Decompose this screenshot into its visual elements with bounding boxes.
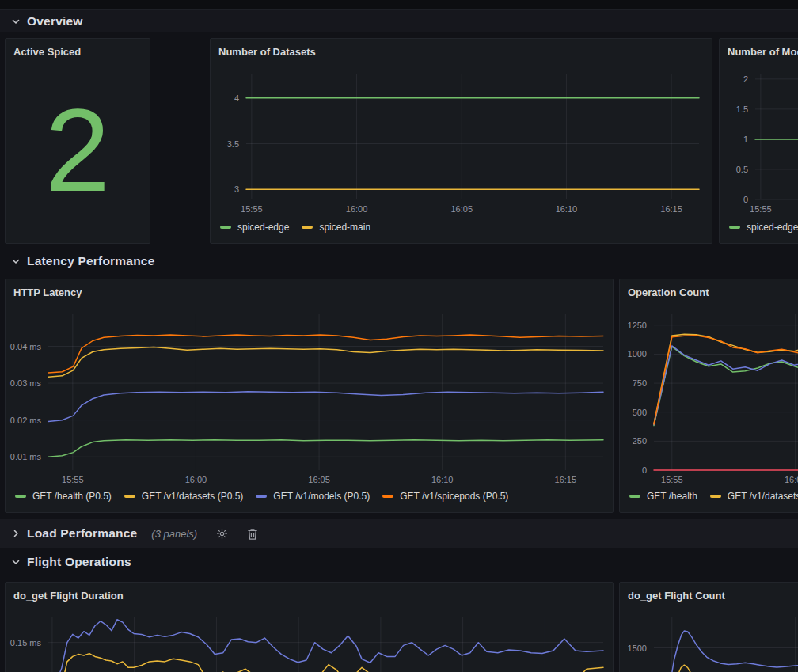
svg-text:0.02 ms: 0.02 ms <box>10 416 42 425</box>
svg-text:0.01 ms: 0.01 ms <box>10 452 42 461</box>
number-of-models-chart[interactable]: 15:5516:0016:0516:1016:1500.511.52 <box>726 64 798 218</box>
svg-text:2: 2 <box>743 74 748 84</box>
svg-text:750: 750 <box>633 378 647 388</box>
svg-text:16:00: 16:00 <box>185 475 207 484</box>
legend-label: spiced-edge <box>747 222 798 233</box>
legend-item[interactable]: GET /v1/models (P0.5) <box>256 491 370 502</box>
panel-http-latency: HTTP Latency 15:5516:0016:0516:1016:150.… <box>5 279 614 513</box>
chart-legend: GET /healthGET /v1/datasetsGET /v1/model… <box>626 487 798 506</box>
gear-icon <box>216 528 228 540</box>
svg-text:4: 4 <box>234 93 239 103</box>
svg-text:1.5: 1.5 <box>736 104 748 114</box>
svg-text:15:55: 15:55 <box>661 475 683 484</box>
legend-item[interactable]: spiced-edge <box>729 222 798 233</box>
chevron-right-icon <box>11 529 21 538</box>
stat-value: 2 <box>45 92 110 209</box>
svg-text:0.15 ms: 0.15 ms <box>10 638 42 647</box>
panel-do-get-flight-count: do_get Flight Count 1500 <box>619 582 798 672</box>
svg-text:0.5: 0.5 <box>736 165 748 174</box>
chevron-down-icon <box>11 17 21 26</box>
panel-title[interactable]: HTTP Latency <box>12 286 606 305</box>
legend-label: GET /v1/models (P0.5) <box>273 491 370 502</box>
legend-swatch-icon <box>302 226 313 229</box>
panel-title[interactable]: do_get Flight Count <box>626 589 798 608</box>
flight-duration-chart[interactable]: 0.15 ms <box>12 608 606 672</box>
legend-label: GET /health (P0.5) <box>32 491 112 502</box>
legend-label: GET /health <box>647 491 697 502</box>
svg-text:3.5: 3.5 <box>227 139 239 149</box>
http-latency-chart[interactable]: 15:5516:0016:0516:1016:150.01 ms0.02 ms0… <box>12 305 606 487</box>
svg-text:0.03 ms: 0.03 ms <box>10 378 42 388</box>
section-row-load-performance[interactable]: Load Performance (3 panels) <box>0 519 798 548</box>
legend-swatch-icon <box>15 495 26 498</box>
legend-item[interactable]: GET /health <box>629 491 697 502</box>
legend-label: GET /v1/datasets <box>728 491 798 502</box>
svg-text:0: 0 <box>743 195 748 204</box>
panel-title[interactable]: Operation Count <box>626 286 798 305</box>
legend-item[interactable]: spiced-main <box>302 222 370 233</box>
chart-legend: spiced-edgespiced-main <box>726 218 798 237</box>
svg-text:1: 1 <box>743 135 748 144</box>
svg-text:250: 250 <box>633 436 647 446</box>
row-delete-button[interactable] <box>247 528 258 540</box>
section-title-overview: Overview <box>27 14 83 28</box>
section-row-overview[interactable]: Overview <box>0 10 798 32</box>
svg-text:15:55: 15:55 <box>62 475 84 484</box>
legend-label: GET /v1/datasets (P0.5) <box>142 491 244 502</box>
legend-swatch-icon <box>729 226 740 229</box>
chart-legend: GET /health (P0.5)GET /v1/datasets (P0.5… <box>12 487 606 506</box>
section-title-latency: Latency Performance <box>27 254 154 268</box>
svg-text:1500: 1500 <box>628 644 647 653</box>
svg-text:16:10: 16:10 <box>431 475 454 484</box>
svg-text:1000: 1000 <box>628 349 647 359</box>
chevron-down-icon <box>11 557 21 567</box>
panel-title[interactable]: Number of Models <box>726 45 798 64</box>
flight-count-chart[interactable]: 1500 <box>626 608 798 672</box>
legend-item[interactable]: GET /health (P0.5) <box>15 491 112 502</box>
svg-text:16:00: 16:00 <box>346 204 368 214</box>
svg-text:16:15: 16:15 <box>555 475 577 484</box>
number-of-datasets-chart[interactable]: 15:5516:0016:0516:1016:1533.54 <box>217 64 705 218</box>
operation-count-chart[interactable]: 15:5516:0016:0516:1016:15025050075010001… <box>626 305 798 487</box>
legend-swatch-icon <box>124 495 135 498</box>
panel-do-get-flight-duration: do_get Flight Duration 0.15 ms <box>5 582 614 672</box>
panel-title[interactable]: Active Spiced <box>12 45 143 64</box>
section-row-latency[interactable]: Latency Performance <box>0 250 798 272</box>
legend-swatch-icon <box>382 495 393 498</box>
legend-swatch-icon <box>220 226 231 229</box>
legend-label: spiced-edge <box>238 222 289 233</box>
legend-item[interactable]: GET /v1/datasets <box>710 491 798 502</box>
chart-legend: spiced-edgespiced-main <box>217 218 705 237</box>
section-row-flight-operations[interactable]: Flight Operations <box>0 551 798 573</box>
legend-item[interactable]: GET /v1/datasets (P0.5) <box>124 491 244 502</box>
legend-item[interactable]: spiced-edge <box>220 222 289 233</box>
legend-label: spiced-main <box>319 222 370 233</box>
legend-item[interactable]: GET /v1/spicepods (P0.5) <box>382 491 508 502</box>
svg-text:500: 500 <box>633 408 647 417</box>
panel-number-of-datasets: Number of Datasets 15:5516:0016:0516:101… <box>210 38 712 244</box>
legend-swatch-icon <box>710 495 721 498</box>
panel-active-spiced: Active Spiced 2 <box>5 38 150 244</box>
legend-label: GET /v1/spicepods (P0.5) <box>400 491 508 502</box>
section-title-load: Load Performance <box>27 526 137 541</box>
legend-swatch-icon <box>256 495 267 498</box>
svg-text:3: 3 <box>234 184 239 194</box>
svg-text:16:00: 16:00 <box>785 475 798 484</box>
svg-text:16:10: 16:10 <box>556 204 578 214</box>
svg-text:16:05: 16:05 <box>451 204 473 214</box>
panel-title[interactable]: do_get Flight Duration <box>12 589 606 608</box>
svg-text:16:05: 16:05 <box>308 475 330 484</box>
svg-text:0.04 ms: 0.04 ms <box>10 342 42 351</box>
legend-swatch-icon <box>629 495 640 498</box>
section-title-flight: Flight Operations <box>27 555 131 569</box>
stat-wrap: 2 <box>12 64 143 237</box>
panel-title[interactable]: Number of Datasets <box>217 45 705 64</box>
trash-icon <box>247 528 258 540</box>
row-settings-button[interactable] <box>216 528 228 540</box>
top-strip <box>0 0 798 10</box>
panels-count-note: (3 panels) <box>151 528 197 540</box>
svg-text:15:55: 15:55 <box>241 204 263 214</box>
panel-operation-count: Operation Count 15:5516:0016:0516:1016:1… <box>619 279 798 513</box>
svg-text:16:15: 16:15 <box>660 204 682 214</box>
svg-text:1250: 1250 <box>628 321 647 330</box>
